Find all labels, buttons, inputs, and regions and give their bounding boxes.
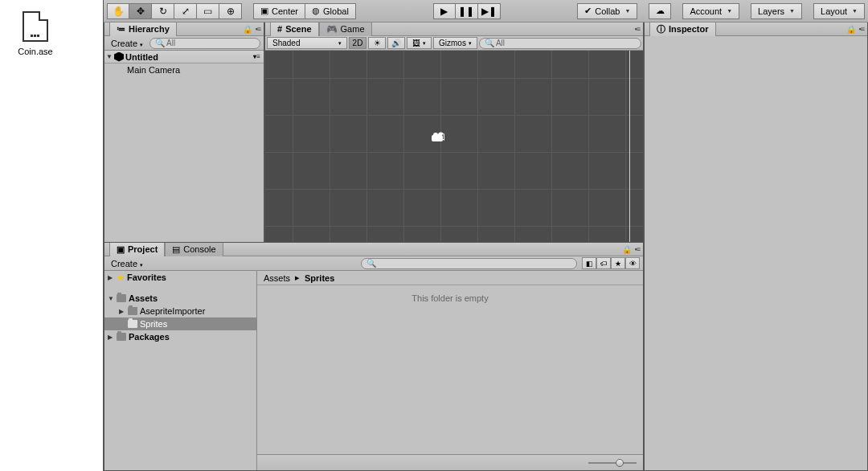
assets-row[interactable]: ▼Assets	[104, 292, 256, 305]
pause-button[interactable]: ❚❚	[456, 3, 478, 19]
gizmos-dropdown[interactable]: Gizmos▾	[433, 37, 477, 49]
project-footer	[257, 454, 643, 470]
hierarchy-create-dropdown[interactable]: Create ▾	[108, 39, 146, 48]
expand-arrow-icon[interactable]: ▼	[106, 53, 113, 60]
lock-icon[interactable]: 🔒	[846, 25, 856, 34]
collab-dropdown[interactable]: ✔Collab▼	[577, 3, 637, 19]
folder-asepriteimporter[interactable]: ▶AsepriteImporter	[104, 305, 256, 317]
hierarchy-panel: ≔Hierarchy 🔒▪≡ Create ▾ 🔍All ▼ Untitled	[104, 23, 264, 243]
transform-tool[interactable]: ⊕	[219, 3, 242, 19]
hand-tool[interactable]: ✋	[107, 3, 129, 19]
inspector-tab[interactable]: ⓘInspector	[649, 23, 716, 36]
breadcrumb: Assets ▸ Sprites	[257, 271, 643, 285]
rect-tool[interactable]: ▭	[197, 3, 219, 19]
project-search[interactable]: 🔍	[361, 258, 577, 269]
unity-editor: ✋ ✥ ↻ ⤢ ▭ ⊕ ▣Center ◍Global ▶ ❚❚ ▶❚ ✔Col…	[103, 0, 868, 471]
empty-folder-message: This folder is empty	[257, 285, 643, 454]
playback-controls: ▶ ❚❚ ▶❚	[433, 3, 501, 19]
folder-sprites[interactable]: ▶Sprites	[104, 317, 256, 330]
gameobject-main-camera[interactable]: Main Camera	[104, 63, 264, 76]
scene-panel: #Scene 🎮Game ▪≡ Shaded▾ 2D ☀ 🔊 🖼▾ Gizmos…	[264, 23, 644, 243]
pivot-toggle[interactable]: ▣Center	[253, 3, 305, 19]
scale-tool[interactable]: ⤢	[174, 3, 197, 19]
lock-icon[interactable]: 🔒	[243, 25, 252, 34]
fx-dropdown[interactable]: 🖼▾	[407, 37, 432, 49]
scene-menu-icon[interactable]: ▾≡	[253, 53, 260, 60]
main-toolbar: ✋ ✥ ↻ ⤢ ▭ ⊕ ▣Center ◍Global ▶ ❚❚ ▶❚ ✔Col…	[104, 0, 868, 23]
folder-icon	[117, 333, 126, 341]
draw-mode-dropdown[interactable]: Shaded▾	[267, 37, 347, 49]
scene-grid	[265, 51, 643, 242]
panel-menu-icon[interactable]: ▪≡	[256, 25, 260, 34]
move-tool[interactable]: ✥	[129, 3, 152, 19]
2d-toggle[interactable]: 2D	[349, 37, 366, 49]
panel-menu-icon[interactable]: ▪≡	[635, 25, 640, 33]
console-tab[interactable]: ▤Console	[165, 243, 223, 256]
cloud-button[interactable]: ☁	[649, 3, 671, 19]
project-create-dropdown[interactable]: Create ▾	[108, 259, 146, 268]
packages-row[interactable]: ▶Packages	[104, 330, 256, 343]
play-button[interactable]: ▶	[433, 3, 456, 19]
breadcrumb-current[interactable]: Sprites	[305, 273, 334, 283]
unity-icon	[114, 52, 124, 62]
rotate-tool[interactable]: ↻	[152, 3, 174, 19]
thumbnail-size-slider[interactable]	[588, 462, 637, 464]
game-tab[interactable]: 🎮Game	[319, 23, 372, 36]
svg-rect-0	[432, 135, 443, 141]
inspector-panel: ⓘInspector 🔒▪≡	[644, 23, 868, 471]
folder-icon	[128, 307, 137, 315]
lighting-toggle[interactable]: ☀	[368, 37, 386, 49]
panel-menu-icon[interactable]: ▪≡	[635, 245, 640, 254]
hierarchy-tree: ▼ Untitled ▾≡ Main Camera	[104, 51, 264, 242]
scene-tab[interactable]: #Scene	[270, 23, 319, 36]
layers-dropdown[interactable]: Layers▼	[751, 3, 802, 19]
project-content: Assets ▸ Sprites This folder is empty	[257, 271, 643, 470]
desktop-file-coin[interactable]: Coin.ase	[11, 11, 59, 56]
audio-toggle[interactable]: 🔊	[387, 37, 405, 49]
scene-name: Untitled	[125, 52, 158, 62]
project-tree: ▶★Favorites ▼Assets ▶AsepriteImporter ▶S…	[104, 271, 257, 470]
step-button[interactable]: ▶❚	[478, 3, 501, 19]
chevron-right-icon: ▸	[295, 272, 300, 283]
scene-toolbar: Shaded▾ 2D ☀ 🔊 🖼▾ Gizmos▾ 🔍All	[265, 36, 643, 51]
desktop-area: Coin.ase	[0, 0, 103, 471]
hidden-packages-icon[interactable]: 👁	[625, 257, 640, 269]
space-toggle[interactable]: ◍Global	[305, 3, 356, 19]
file-icon	[23, 11, 48, 42]
hierarchy-search[interactable]: 🔍All	[149, 38, 260, 49]
folder-icon	[117, 294, 126, 302]
hierarchy-tab[interactable]: ≔Hierarchy	[109, 23, 177, 36]
pivot-space-group: ▣Center ◍Global	[253, 3, 356, 19]
account-dropdown[interactable]: Account▼	[682, 3, 739, 19]
save-search-icon[interactable]: ★	[611, 257, 625, 269]
scene-viewport[interactable]	[265, 51, 643, 242]
project-panel: ▣Project ▤Console 🔒▪≡ Create ▾ 🔍 ◧ 🏷 ★ 👁	[104, 243, 644, 471]
file-label: Coin.ase	[11, 47, 59, 56]
scene-search[interactable]: 🔍All	[479, 38, 641, 49]
breadcrumb-root[interactable]: Assets	[264, 273, 290, 283]
lock-icon[interactable]: 🔒	[622, 245, 632, 254]
filter-by-label-icon[interactable]: 🏷	[596, 257, 611, 269]
layout-dropdown[interactable]: Layout▼	[813, 3, 865, 19]
filter-by-type-icon[interactable]: ◧	[582, 257, 596, 269]
star-icon: ★	[117, 272, 125, 283]
transform-tools: ✋ ✥ ↻ ⤢ ▭ ⊕	[107, 3, 242, 19]
panel-menu-icon[interactable]: ▪≡	[859, 25, 864, 34]
favorites-row[interactable]: ▶★Favorites	[104, 271, 256, 284]
camera-gizmo-icon[interactable]	[431, 131, 447, 142]
project-tab[interactable]: ▣Project	[109, 243, 165, 256]
scene-row[interactable]: ▼ Untitled ▾≡	[104, 51, 264, 63]
folder-icon	[128, 320, 137, 328]
